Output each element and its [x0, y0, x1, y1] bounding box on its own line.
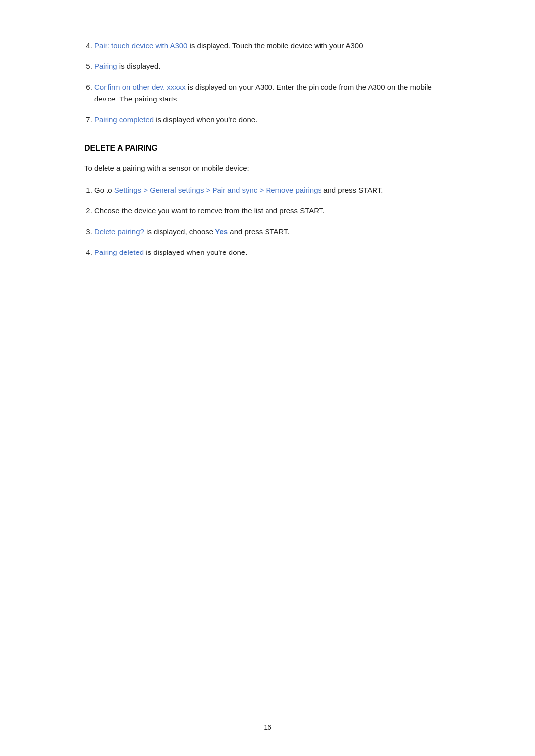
pairing-deleted-link: Pairing deleted — [94, 248, 144, 256]
delete-step-4: Pairing deleted is displayed when you’re… — [94, 247, 451, 258]
delete-step-3: Delete pairing? is displayed, choose Yes… — [94, 226, 451, 238]
delete-pairing-title: DELETE A PAIRING — [84, 144, 451, 152]
list-item: Pairing completed is displayed when you’… — [94, 114, 451, 126]
list-item: Confirm on other dev. xxxxx is displayed… — [94, 81, 451, 105]
step3-suffix: and press START. — [228, 227, 290, 236]
step2-text: Choose the device you want to remove fro… — [94, 206, 325, 215]
page-container: Pair: touch device with A300 is displaye… — [54, 0, 481, 307]
confirm-other-dev-link: Confirm on other dev. xxxxx — [94, 83, 186, 91]
settings-path-link: Settings > General settings > Pair and s… — [114, 186, 321, 194]
step4-delete-suffix: is displayed when you’re done. — [144, 248, 247, 256]
delete-steps-list: Go to Settings > General settings > Pair… — [84, 184, 451, 258]
delete-step-1: Go to Settings > General settings > Pair… — [94, 184, 451, 196]
delete-step-2: Choose the device you want to remove fro… — [94, 205, 451, 217]
step4-rest: is displayed. Touch the mobile device wi… — [187, 41, 363, 50]
delete-pairing-intro: To delete a pairing with a sensor or mob… — [84, 162, 451, 174]
yes-link: Yes — [215, 227, 228, 236]
list-item: Pairing is displayed. — [94, 60, 451, 72]
page-number: 16 — [264, 723, 271, 731]
step5-rest: is displayed. — [117, 62, 160, 70]
list-item: Pair: touch device with A300 is displaye… — [94, 40, 451, 51]
pair-touch-device-link: Pair: touch device with A300 — [94, 41, 187, 50]
step3-middle: is displayed, choose — [144, 227, 215, 236]
pairing-steps-list: Pair: touch device with A300 is displaye… — [84, 40, 451, 126]
delete-pairing-link: Delete pairing? — [94, 227, 144, 236]
delete-pairing-section: DELETE A PAIRING To delete a pairing wit… — [84, 144, 451, 258]
step7-rest: is displayed when you’re done. — [154, 115, 257, 124]
pairing-completed-link: Pairing completed — [94, 115, 154, 124]
step1-suffix: and press START. — [321, 186, 383, 194]
pairing-link: Pairing — [94, 62, 117, 70]
goto-prefix: Go to — [94, 186, 114, 194]
